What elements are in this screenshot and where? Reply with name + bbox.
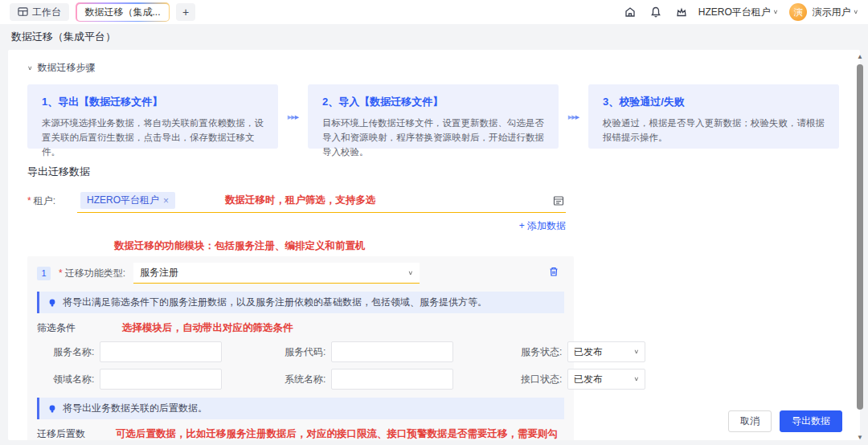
filter-cell: 服务状态: 已发布 ∨	[453, 341, 645, 362]
tab-bar: 工作台 数据迁移（集成... + HZERO平台租户 ∨ 演 演示用户 ∨	[0, 0, 868, 24]
info-bar-2: 将导出业务数据关联的后置数据。	[37, 398, 564, 419]
new-tab-button[interactable]: +	[176, 3, 195, 21]
post-data-title: 迁移后置数据	[37, 427, 93, 440]
filter-grid: 服务名称: 服务代码: 服务状态: 已发布 ∨ 领域名称:	[37, 341, 564, 390]
info-2-text: 将导出业务数据关联的后置数据。	[63, 402, 207, 415]
filter-annotation: 选择模块后，自动带出对应的筛选条件	[122, 321, 293, 335]
step-arrow-icon: ▸▸▸	[278, 112, 308, 122]
tenant-selector-label: HZERO平台租户	[698, 6, 771, 19]
tenant-tag: HZERO平台租户 ×	[80, 192, 175, 209]
filter-title: 筛选条件	[37, 321, 76, 335]
filter-cell: 领域名称:	[37, 369, 222, 390]
scroll-up-icon[interactable]: ▲	[855, 51, 865, 61]
service-name-input[interactable]	[100, 341, 222, 362]
filter-label: 系统名称:	[285, 373, 331, 386]
filter-row-2: 领域名称: 系统名称: 接口状态: 已发布 ∨	[37, 369, 564, 390]
step-1-title: 1、导出【数据迁移文件】	[42, 95, 264, 109]
tenant-annotation: 数据迁移时，租户筛选，支持多选	[225, 194, 376, 207]
post-data-annotation: 可选后置数据，比如迁移服务注册数据后，对应的接口限流、接口预警数据是否需要迁移，…	[116, 427, 564, 440]
service-status-value: 已发布	[574, 345, 603, 359]
delete-row-icon[interactable]	[548, 266, 559, 280]
main-content-card: ∨ 数据迁移步骤 1、导出【数据迁移文件】 来源环境选择业务数据，将自动关联前置…	[8, 50, 860, 440]
chevron-down-icon: ∨	[773, 9, 779, 15]
filter-label: 接口状态:	[521, 373, 567, 386]
tenant-selector[interactable]: HZERO平台租户 ∨	[698, 6, 779, 19]
filter-cell: 服务名称:	[37, 341, 222, 362]
migration-type-label: *迁移功能类型:	[59, 267, 125, 280]
chevron-down-icon: ∨	[853, 9, 858, 15]
tab-workbench-label: 工作台	[32, 6, 61, 19]
tenant-multiselect-field[interactable]: HZERO平台租户 × 数据迁移时，租户筛选，支持多选	[77, 190, 566, 213]
filter-label: 服务名称:	[53, 345, 100, 359]
steps-row: 1、导出【数据迁移文件】 来源环境选择业务数据，将自动关联前置依赖数据，设置关联…	[27, 84, 839, 149]
module-annotation: 数据迁移的功能模块：包括服务注册、编排定义和前置机	[114, 239, 839, 253]
tip-bulb-icon	[47, 404, 57, 414]
migration-type-select[interactable]: 服务注册 ∨	[133, 263, 420, 284]
migration-config-panel: 1 *迁移功能类型: 服务注册 ∨ 将导出满足筛选条件下的服务注册数据，以及服务…	[27, 256, 574, 440]
tenant-field-label: *租户:	[27, 194, 77, 213]
step-arrow-icon: ▸▸▸	[559, 112, 588, 122]
info-bar-1: 将导出满足筛选条件下的服务注册数据，以及服务注册依赖的基础数据，包括领域、服务提…	[37, 292, 564, 313]
filter-row-1: 服务名称: 服务代码: 服务状态: 已发布 ∨	[37, 341, 564, 362]
step-card-2: 2、导入【数据迁移文件】 目标环境上传数据迁移文件，设置更新数据、勾选是否导入和…	[308, 84, 559, 149]
chevron-down-icon: ∨	[633, 376, 639, 382]
vertical-scrollbar: ▲ ▼	[855, 51, 865, 442]
lookup-table-icon[interactable]	[553, 195, 564, 210]
workbench-grid-icon	[18, 7, 28, 18]
step-2-title: 2、导入【数据迁移文件】	[322, 95, 544, 109]
filter-cell: 接口状态: 已发布 ∨	[453, 369, 645, 390]
domain-name-input[interactable]	[100, 369, 222, 390]
required-mark: *	[59, 267, 63, 279]
filter-label: 服务代码:	[285, 345, 331, 359]
page-title: 数据迁移（集成平台）	[11, 30, 116, 44]
migration-type-row: 1 *迁移功能类型: 服务注册 ∨	[37, 263, 564, 284]
scroll-down-icon[interactable]: ▼	[855, 432, 865, 442]
add-data-row: + 添加数据	[27, 218, 566, 233]
service-code-input[interactable]	[331, 341, 453, 362]
user-menu[interactable]: 演示用户 ∨	[812, 6, 858, 19]
home-icon[interactable]	[623, 5, 637, 19]
tag-close-icon[interactable]: ×	[163, 195, 169, 206]
filter-cell: 系统名称:	[222, 369, 453, 390]
step-card-3: 3、校验通过/失败 校验通过，根据是否导入更新数据；校验失败，请根据报错提示操作…	[588, 84, 839, 149]
interface-status-value: 已发布	[574, 373, 603, 386]
add-data-link[interactable]: + 添加数据	[519, 220, 566, 231]
collapse-caret-icon: ∨	[27, 65, 33, 71]
row-index-badge: 1	[37, 267, 51, 280]
service-status-select[interactable]: 已发布 ∨	[567, 341, 645, 362]
step-1-desc: 来源环境选择业务数据，将自动关联前置依赖数据，设置关联的后置衍生数据，点击导出，…	[42, 116, 264, 159]
notification-bell-icon[interactable]	[649, 5, 663, 19]
avatar[interactable]: 演	[789, 3, 807, 21]
system-name-input[interactable]	[331, 369, 453, 390]
tenant-tag-label: HZERO平台租户	[87, 194, 159, 207]
tab-workbench[interactable]: 工作台	[10, 3, 69, 21]
filter-label: 领域名称:	[53, 373, 100, 386]
filter-label: 服务状态:	[521, 345, 567, 359]
chevron-down-icon: ∨	[633, 349, 639, 355]
chevron-down-icon: ∨	[407, 270, 413, 276]
post-data-head: 迁移后置数据 可选后置数据，比如迁移服务注册数据后，对应的接口限流、接口预警数据…	[37, 427, 564, 440]
export-form-title: 导出迁移数据	[27, 165, 839, 179]
step-card-1: 1、导出【数据迁移文件】 来源环境选择业务数据，将自动关联前置依赖数据，设置关联…	[27, 84, 278, 149]
scrollbar-thumb[interactable]	[857, 64, 863, 410]
migration-type-value: 服务注册	[140, 266, 178, 280]
interface-status-select[interactable]: 已发布 ∨	[567, 369, 645, 390]
steps-collapse-header[interactable]: ∨ 数据迁移步骤	[27, 61, 839, 75]
step-3-desc: 校验通过，根据是否导入更新数据；校验失败，请根据报错提示操作。	[603, 116, 825, 145]
required-mark: *	[27, 195, 31, 206]
crown-icon[interactable]	[674, 5, 689, 19]
filter-head: 筛选条件 选择模块后，自动带出对应的筛选条件	[37, 321, 564, 335]
info-1-text: 将导出满足筛选条件下的服务注册数据，以及服务注册依赖的基础数据，包括领域、服务提…	[63, 296, 487, 309]
export-data-button[interactable]: 导出数据	[780, 410, 842, 432]
tab-data-migration[interactable]: 数据迁移（集成...	[76, 2, 170, 22]
user-name: 演示用户	[812, 6, 850, 19]
footer-buttons: 取消 导出数据	[728, 410, 842, 432]
filter-cell: 服务代码:	[222, 341, 453, 362]
cancel-button[interactable]: 取消	[728, 410, 772, 432]
step-2-desc: 目标环境上传数据迁移文件，设置更新数据、勾选是否导入和资源映射，程序替换资源映射…	[322, 116, 544, 159]
tip-bulb-icon	[47, 298, 57, 308]
tab-data-migration-label: 数据迁移（集成...	[77, 4, 169, 21]
step-3-title: 3、校验通过/失败	[603, 95, 825, 109]
tenant-row: *租户: HZERO平台租户 × 数据迁移时，租户筛选，支持多选	[27, 190, 839, 213]
steps-section-title: 数据迁移步骤	[38, 61, 96, 75]
